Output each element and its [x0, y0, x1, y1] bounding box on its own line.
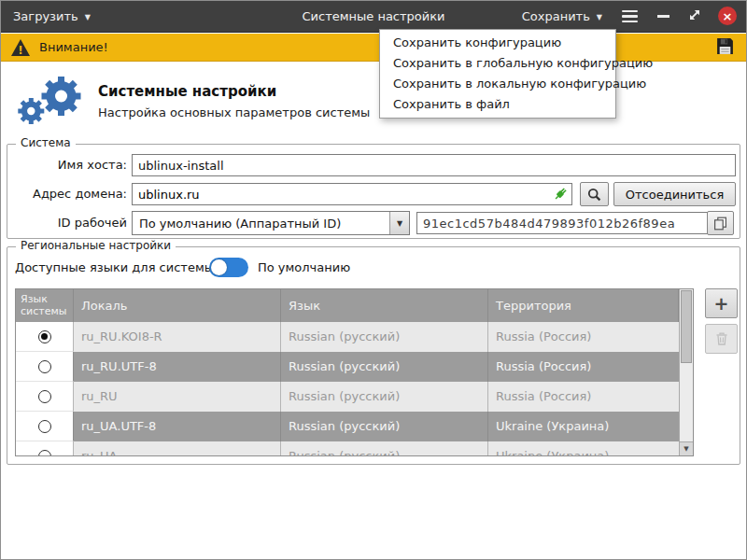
- floppy-icon: [715, 36, 735, 56]
- hamburger-icon: [622, 10, 638, 12]
- magnifier-icon: [587, 188, 601, 202]
- disconnect-button[interactable]: Отсоединиться: [613, 182, 736, 206]
- system-group: Система Имя хоста: Адрес домена: Отсоеди…: [7, 144, 740, 239]
- expand-icon: [687, 7, 702, 22]
- gears-icon: [10, 72, 91, 128]
- row-territory: Russia (Россия): [488, 382, 693, 412]
- menu-item-save-global-config[interactable]: Сохранить в глобальную конфигурацию: [380, 53, 615, 74]
- row-radio-cell[interactable]: [16, 441, 74, 456]
- row-language: Russian (русский): [281, 382, 488, 412]
- table-row[interactable]: ru_RU Russian (русский) Russia (Россия): [16, 382, 693, 412]
- row-radio-cell[interactable]: [16, 352, 74, 382]
- station-id-value-field[interactable]: [416, 212, 708, 234]
- caret-down-icon: ▼: [397, 219, 402, 228]
- scrollbar-down-button[interactable]: ▼: [680, 441, 693, 455]
- minimize-button[interactable]: [655, 9, 671, 22]
- row-language: Russian (русский): [281, 441, 488, 456]
- radio-button[interactable]: [38, 450, 51, 457]
- page-header: Системные настройки Настройка основных п…: [1, 63, 746, 137]
- row-territory: Russia (Россия): [488, 352, 693, 382]
- save-floppy-button[interactable]: [713, 35, 737, 61]
- toggle-state-label: По умолчанию: [258, 258, 350, 277]
- close-icon: ×: [723, 10, 733, 22]
- row-territory: Ukraine (Украина): [488, 412, 693, 441]
- radio-button[interactable]: [38, 360, 51, 373]
- caret-down-icon: ▼: [85, 13, 91, 21]
- row-locale: ru_RU: [74, 382, 281, 412]
- locale-table-body: ru_RU.KOI8-R Russian (русский) Russia (Р…: [16, 322, 693, 456]
- caret-down-icon: ▼: [597, 13, 602, 21]
- save-menu-label: Сохранить: [522, 9, 590, 23]
- warning-icon: !: [10, 38, 31, 57]
- column-header-system-language: Язык системы: [16, 289, 74, 322]
- menu-item-save-local-config[interactable]: Сохранить в локальную конфигурацию: [380, 74, 615, 94]
- available-languages-label: Доступные языки для системы:: [15, 258, 218, 277]
- page-subtitle: Настройка основных параметров системы: [98, 105, 370, 119]
- column-header-locale: Локаль: [74, 289, 281, 322]
- load-menu-button[interactable]: Загрузить ▼: [1, 1, 103, 32]
- delete-language-button[interactable]: [705, 324, 738, 354]
- row-territory: Ukraine (Украина): [488, 441, 693, 456]
- table-row[interactable]: ru_UA.UTF-8 Russian (русский) Ukraine (У…: [16, 412, 693, 441]
- row-territory: Russia (Россия): [488, 322, 693, 352]
- station-id-select[interactable]: По умолчанию (Аппаратный ID) ▼: [132, 211, 410, 235]
- save-menu-button[interactable]: Сохранить ▼: [520, 9, 604, 23]
- row-locale: ru_UA: [74, 441, 281, 456]
- system-group-legend: Система: [16, 136, 76, 149]
- minimize-icon: [657, 15, 669, 17]
- table-row[interactable]: ru_UA Russian (русский) Ukraine (Украина…: [16, 441, 693, 456]
- add-language-button[interactable]: +: [705, 288, 738, 318]
- maximize-button[interactable]: [687, 7, 702, 25]
- trash-icon: [714, 331, 729, 346]
- close-button[interactable]: ×: [718, 7, 737, 25]
- caret-down-icon: ▼: [684, 445, 688, 453]
- locale-table-header: Язык системы Локаль Язык Территория: [16, 289, 693, 322]
- row-locale: ru_UA.UTF-8: [74, 412, 281, 441]
- row-language: Russian (русский): [281, 322, 488, 352]
- titlebar-controls: Сохранить ▼ ×: [520, 7, 746, 26]
- page-title: Системные настройки: [98, 83, 276, 100]
- row-locale: ru_RU.KOI8-R: [74, 322, 281, 352]
- column-header-language: Язык: [281, 289, 488, 322]
- row-radio-cell[interactable]: [16, 412, 74, 441]
- domain-label: Адрес домена:: [9, 183, 127, 205]
- scrollbar-thumb[interactable]: [681, 290, 692, 363]
- regional-group: Региональные настройки Доступные языки д…: [7, 246, 740, 465]
- warning-text: Внимание!: [39, 40, 108, 54]
- table-scrollbar[interactable]: ▼: [679, 289, 693, 455]
- svg-text:!: !: [18, 43, 22, 56]
- hostname-label: Имя хоста:: [9, 154, 127, 176]
- menu-item-save-to-file[interactable]: Сохранить в файл: [380, 94, 615, 115]
- toggle-knob: [211, 259, 227, 275]
- radio-button[interactable]: [38, 390, 51, 403]
- row-language: Russian (русский): [281, 412, 488, 441]
- plus-icon: +: [714, 295, 729, 313]
- radio-button[interactable]: [38, 420, 51, 433]
- select-dropdown-button[interactable]: ▼: [389, 212, 409, 234]
- table-row[interactable]: ru_RU.KOI8-R Russian (русский) Russia (Р…: [16, 322, 693, 352]
- copy-icon: [713, 217, 727, 231]
- row-locale: ru_RU.UTF-8: [74, 352, 281, 382]
- domain-input[interactable]: [132, 183, 572, 205]
- row-language: Russian (русский): [281, 352, 488, 382]
- load-menu-label: Загрузить: [13, 9, 78, 23]
- plug-connected-icon: [553, 186, 569, 202]
- row-radio-cell[interactable]: [16, 322, 74, 352]
- locale-table: Язык системы Локаль Язык Территория ru_R…: [15, 288, 694, 456]
- radio-button[interactable]: [38, 330, 51, 343]
- station-id-selected-option: По умолчанию (Аппаратный ID): [133, 217, 389, 231]
- domain-input-wrap: [132, 183, 572, 205]
- menu-item-save-config[interactable]: Сохранить конфигурацию: [380, 33, 615, 53]
- save-dropdown-menu: Сохранить конфигурацию Сохранить в глоба…: [379, 29, 616, 119]
- languages-toggle[interactable]: [209, 258, 248, 277]
- column-header-territory: Территория: [488, 289, 679, 322]
- row-radio-cell[interactable]: [16, 382, 74, 412]
- table-row[interactable]: ru_RU.UTF-8 Russian (русский) Russia (Ро…: [16, 352, 693, 382]
- search-button[interactable]: [580, 182, 609, 206]
- window: { "titlebar": { "load_label": "Загрузить…: [0, 0, 747, 560]
- hostname-input[interactable]: [132, 154, 736, 176]
- hamburger-menu-button[interactable]: [620, 7, 640, 26]
- regional-group-legend: Региональные настройки: [16, 239, 176, 252]
- titlebar: Системные настройки Загрузить ▼ Сохранит…: [1, 1, 746, 33]
- copy-button[interactable]: [707, 211, 734, 235]
